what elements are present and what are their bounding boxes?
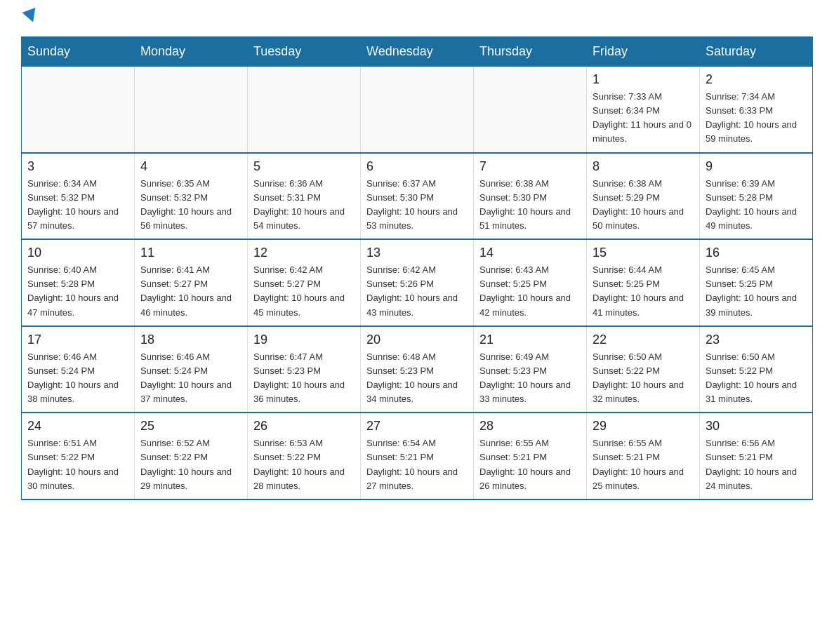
table-row: 16Sunrise: 6:45 AMSunset: 5:25 PMDayligh… [700,239,813,326]
table-row: 20Sunrise: 6:48 AMSunset: 5:23 PMDayligh… [361,326,474,413]
day-info: Sunrise: 6:52 AMSunset: 5:22 PMDaylight:… [140,436,241,493]
day-number: 20 [366,333,468,347]
day-number: 23 [706,333,807,347]
day-number: 16 [706,246,807,260]
table-row: 18Sunrise: 6:46 AMSunset: 5:24 PMDayligh… [135,326,248,413]
calendar-week-row: 10Sunrise: 6:40 AMSunset: 5:28 PMDayligh… [22,239,813,326]
day-info: Sunrise: 7:33 AMSunset: 6:34 PMDaylight:… [593,90,694,147]
day-number: 1 [593,72,694,87]
table-row: 11Sunrise: 6:41 AMSunset: 5:27 PMDayligh… [135,239,248,326]
table-row: 27Sunrise: 6:54 AMSunset: 5:21 PMDayligh… [361,412,474,499]
table-row [361,67,474,153]
day-number: 26 [253,419,355,434]
day-number: 11 [140,246,241,260]
day-info: Sunrise: 6:37 AMSunset: 5:30 PMDaylight:… [366,177,468,234]
day-info: Sunrise: 6:34 AMSunset: 5:32 PMDaylight:… [27,177,128,234]
col-saturday: Saturday [700,37,813,67]
col-friday: Friday [587,37,700,67]
table-row: 25Sunrise: 6:52 AMSunset: 5:22 PMDayligh… [135,412,248,499]
table-row: 1Sunrise: 7:33 AMSunset: 6:34 PMDaylight… [587,67,700,153]
day-info: Sunrise: 6:49 AMSunset: 5:23 PMDaylight:… [479,350,581,407]
table-row: 10Sunrise: 6:40 AMSunset: 5:28 PMDayligh… [22,239,135,326]
day-info: Sunrise: 6:35 AMSunset: 5:32 PMDaylight:… [140,177,241,234]
day-number: 5 [253,159,355,174]
table-row: 19Sunrise: 6:47 AMSunset: 5:23 PMDayligh… [248,326,361,413]
col-monday: Monday [135,37,248,67]
table-row: 3Sunrise: 6:34 AMSunset: 5:32 PMDaylight… [22,153,135,240]
logo [21,14,38,22]
day-info: Sunrise: 6:55 AMSunset: 5:21 PMDaylight:… [593,436,694,493]
table-row: 14Sunrise: 6:43 AMSunset: 5:25 PMDayligh… [474,239,587,326]
table-row: 24Sunrise: 6:51 AMSunset: 5:22 PMDayligh… [22,412,135,499]
day-info: Sunrise: 6:43 AMSunset: 5:25 PMDaylight:… [479,263,581,320]
table-row: 17Sunrise: 6:46 AMSunset: 5:24 PMDayligh… [22,326,135,413]
day-info: Sunrise: 6:50 AMSunset: 5:22 PMDaylight:… [706,350,807,407]
table-row: 30Sunrise: 6:56 AMSunset: 5:21 PMDayligh… [700,412,813,499]
col-sunday: Sunday [22,37,135,67]
day-number: 24 [27,419,128,434]
table-row: 9Sunrise: 6:39 AMSunset: 5:28 PMDaylight… [700,153,813,240]
day-number: 21 [479,333,581,347]
table-row [135,67,248,153]
page-header [21,14,813,22]
table-row: 28Sunrise: 6:55 AMSunset: 5:21 PMDayligh… [474,412,587,499]
table-row: 26Sunrise: 6:53 AMSunset: 5:22 PMDayligh… [248,412,361,499]
day-number: 30 [706,419,807,434]
calendar-week-row: 24Sunrise: 6:51 AMSunset: 5:22 PMDayligh… [22,412,813,499]
day-info: Sunrise: 7:34 AMSunset: 6:33 PMDaylight:… [706,90,807,147]
col-wednesday: Wednesday [361,37,474,67]
day-info: Sunrise: 6:50 AMSunset: 5:22 PMDaylight:… [593,350,694,407]
day-info: Sunrise: 6:56 AMSunset: 5:21 PMDaylight:… [706,436,807,493]
day-number: 22 [593,333,694,347]
table-row: 22Sunrise: 6:50 AMSunset: 5:22 PMDayligh… [587,326,700,413]
table-row: 4Sunrise: 6:35 AMSunset: 5:32 PMDaylight… [135,153,248,240]
day-info: Sunrise: 6:40 AMSunset: 5:28 PMDaylight:… [27,263,128,320]
table-row: 15Sunrise: 6:44 AMSunset: 5:25 PMDayligh… [587,239,700,326]
table-row: 5Sunrise: 6:36 AMSunset: 5:31 PMDaylight… [248,153,361,240]
calendar-table: Sunday Monday Tuesday Wednesday Thursday… [21,36,813,500]
table-row: 13Sunrise: 6:42 AMSunset: 5:26 PMDayligh… [361,239,474,326]
day-info: Sunrise: 6:45 AMSunset: 5:25 PMDaylight:… [706,263,807,320]
logo-triangle-icon [22,8,40,25]
calendar-header-row: Sunday Monday Tuesday Wednesday Thursday… [22,37,813,67]
day-info: Sunrise: 6:39 AMSunset: 5:28 PMDaylight:… [706,177,807,234]
day-info: Sunrise: 6:46 AMSunset: 5:24 PMDaylight:… [140,350,241,407]
calendar-week-row: 17Sunrise: 6:46 AMSunset: 5:24 PMDayligh… [22,326,813,413]
day-number: 3 [27,159,128,174]
day-number: 15 [593,246,694,260]
day-info: Sunrise: 6:38 AMSunset: 5:30 PMDaylight:… [479,177,581,234]
day-info: Sunrise: 6:36 AMSunset: 5:31 PMDaylight:… [253,177,355,234]
calendar-week-row: 3Sunrise: 6:34 AMSunset: 5:32 PMDaylight… [22,153,813,240]
col-thursday: Thursday [474,37,587,67]
table-row: 23Sunrise: 6:50 AMSunset: 5:22 PMDayligh… [700,326,813,413]
day-info: Sunrise: 6:41 AMSunset: 5:27 PMDaylight:… [140,263,241,320]
day-info: Sunrise: 6:38 AMSunset: 5:29 PMDaylight:… [593,177,694,234]
day-info: Sunrise: 6:48 AMSunset: 5:23 PMDaylight:… [366,350,468,407]
day-info: Sunrise: 6:42 AMSunset: 5:27 PMDaylight:… [253,263,355,320]
table-row: 2Sunrise: 7:34 AMSunset: 6:33 PMDaylight… [700,67,813,153]
table-row [474,67,587,153]
day-number: 28 [479,419,581,434]
day-number: 25 [140,419,241,434]
calendar-week-row: 1Sunrise: 7:33 AMSunset: 6:34 PMDaylight… [22,67,813,153]
day-info: Sunrise: 6:51 AMSunset: 5:22 PMDaylight:… [27,436,128,493]
day-info: Sunrise: 6:55 AMSunset: 5:21 PMDaylight:… [479,436,581,493]
day-info: Sunrise: 6:53 AMSunset: 5:22 PMDaylight:… [253,436,355,493]
day-number: 14 [479,246,581,260]
day-number: 9 [706,159,807,174]
day-number: 27 [366,419,468,434]
day-number: 4 [140,159,241,174]
day-number: 12 [253,246,355,260]
day-info: Sunrise: 6:54 AMSunset: 5:21 PMDaylight:… [366,436,468,493]
day-number: 2 [706,72,807,87]
day-number: 7 [479,159,581,174]
col-tuesday: Tuesday [248,37,361,67]
day-number: 10 [27,246,128,260]
day-number: 17 [27,333,128,347]
day-number: 19 [253,333,355,347]
day-number: 8 [593,159,694,174]
day-number: 13 [366,246,468,260]
table-row: 6Sunrise: 6:37 AMSunset: 5:30 PMDaylight… [361,153,474,240]
day-number: 6 [366,159,468,174]
table-row [22,67,135,153]
